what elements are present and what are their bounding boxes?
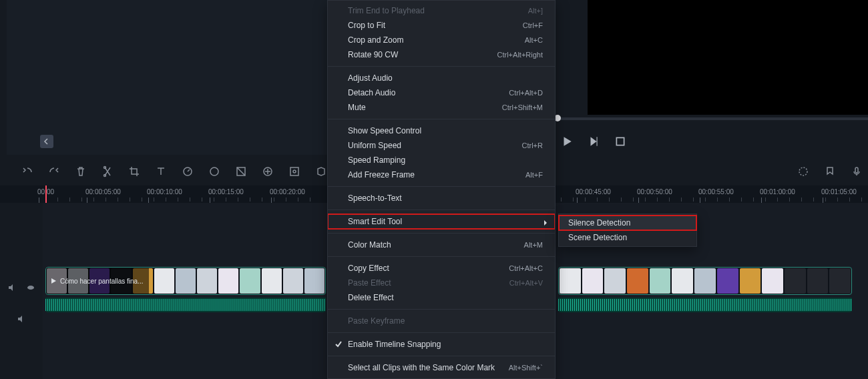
video-clip[interactable]: [558, 267, 852, 295]
stop-button[interactable]: [614, 135, 626, 147]
menu-item-label: Rotate 90 CW: [348, 50, 398, 59]
submenu-item-scene-detection[interactable]: Scene Detection: [559, 230, 696, 245]
menu-item-shortcut: Alt+F: [525, 171, 543, 179]
menu-item-shortcut: Ctrl+Alt+V: [509, 279, 543, 287]
render-button[interactable]: [797, 165, 809, 177]
menu-item-shortcut: Ctrl+Alt+Right: [497, 51, 543, 59]
mute-icon[interactable]: [7, 283, 17, 294]
menu-item-trim-end-to-playhead: Trim End to PlayheadAlt+]: [328, 3, 555, 18]
menu-separator: [328, 256, 555, 257]
menu-item-label: Detach Audio: [348, 88, 395, 97]
svg-rect-10: [855, 167, 858, 173]
menu-item-label: Crop to Fit: [348, 21, 385, 30]
menu-item-label: Adjust Audio: [348, 73, 393, 83]
menu-item-label: Delete Effect: [348, 293, 393, 302]
menu-item-enable-timeline-snapping[interactable]: Enable Timeline Snapping: [328, 337, 555, 352]
speed-button[interactable]: [182, 165, 194, 177]
submenu-item-silence-detection[interactable]: Silence Detection: [559, 216, 696, 230]
ruler-label: 00:01:00:00: [760, 188, 795, 196]
media-panel: [7, 0, 327, 155]
audio-waveform[interactable]: [558, 298, 852, 312]
collapse-panel-button[interactable]: [40, 135, 53, 148]
ruler-label: 00:00:20:00: [270, 188, 305, 196]
menu-item-delete-effect[interactable]: Delete Effect: [328, 290, 555, 305]
stabilize-button[interactable]: [262, 165, 274, 177]
menu-item-color-match[interactable]: Color MatchAlt+M: [328, 238, 555, 252]
menu-item-shortcut: Alt+M: [524, 241, 543, 249]
menu-item-label: Copy Effect: [348, 264, 389, 273]
menu-item-adjust-audio[interactable]: Adjust Audio: [328, 71, 555, 85]
ruler-label: 00:00:15:00: [208, 188, 244, 196]
menu-item-shortcut: Ctrl+R: [522, 141, 543, 149]
menu-item-label: Show Speed Control: [348, 126, 421, 135]
hide-icon[interactable]: [26, 283, 35, 294]
menu-item-show-speed-control[interactable]: Show Speed Control: [328, 123, 555, 138]
menu-item-label: Speed Ramping: [348, 155, 405, 165]
menu-separator: [328, 356, 555, 356]
video-preview: [588, 0, 868, 115]
menu-separator: [328, 210, 555, 210]
menu-item-shortcut: Alt+Shift+`: [509, 364, 543, 372]
menu-item-copy-effect[interactable]: Copy EffectCtrl+Alt+C: [328, 261, 555, 276]
video-clip[interactable]: Cómo hacer pantallas fina...: [45, 267, 326, 295]
undo-button[interactable]: [21, 165, 33, 177]
green-screen-button[interactable]: [235, 165, 247, 177]
menu-separator: [328, 309, 555, 310]
menu-item-shortcut: Alt+]: [528, 7, 543, 15]
menu-item-label: Paste Effect: [348, 278, 391, 288]
menu-item-shortcut: Ctrl+F: [523, 21, 543, 29]
menu-item-label: Mute: [348, 103, 366, 112]
menu-item-smart-edit-tool[interactable]: Smart Edit Tool: [328, 214, 555, 229]
mute-icon[interactable]: [17, 314, 26, 326]
next-frame-button[interactable]: [588, 135, 600, 147]
menu-item-label: Select all Clips with the Same Color Mar…: [348, 363, 495, 372]
tag-button[interactable]: [315, 165, 327, 177]
menu-item-speed-ramping[interactable]: Speed Ramping: [328, 153, 555, 167]
ruler-label: 00:00:45:00: [576, 188, 611, 196]
menu-item-detach-audio[interactable]: Detach AudioCtrl+Alt+D: [328, 85, 555, 100]
redo-button[interactable]: [48, 165, 60, 177]
ruler-label: 00:00:05:00: [85, 188, 121, 196]
menu-separator: [328, 186, 555, 187]
menu-item-label: Enable Timeline Snapping: [348, 340, 441, 349]
chevron-right-icon: [543, 218, 550, 225]
play-button[interactable]: [561, 135, 573, 147]
menu-separator: [328, 233, 555, 234]
menu-item-rotate-90-cw[interactable]: Rotate 90 CWCtrl+Alt+Right: [328, 47, 555, 62]
menu-item-label: Crop and Zoom: [348, 35, 403, 45]
menu-item-paste-keyframe: Paste Keyframe: [328, 314, 555, 328]
menu-item-add-freeze-frame[interactable]: Add Freeze FrameAlt+F: [328, 167, 555, 182]
text-button[interactable]: [155, 165, 167, 177]
keyframe-button[interactable]: [288, 165, 300, 177]
delete-button[interactable]: [75, 165, 87, 177]
svg-point-4: [210, 167, 218, 175]
audio-waveform[interactable]: [45, 298, 326, 312]
menu-item-mute[interactable]: MuteCtrl+Shift+M: [328, 100, 555, 115]
menu-item-crop-and-zoom[interactable]: Crop and ZoomAlt+C: [328, 33, 555, 47]
mic-button[interactable]: [851, 165, 863, 177]
context-menu: Trim End to PlayheadAlt+]Crop to FitCtrl…: [327, 0, 556, 379]
split-button[interactable]: [101, 165, 114, 177]
menu-item-select-all-clips-with-the-same-color-mark[interactable]: Select all Clips with the Same Color Mar…: [328, 360, 555, 375]
checkmark-icon: [335, 340, 343, 348]
menu-item-speech-to-text[interactable]: Speech-to-Text: [328, 191, 555, 206]
preview-seek-bar[interactable]: [554, 117, 868, 120]
play-icon: [50, 278, 57, 284]
clip-title-label: Cómo hacer pantallas fina...: [60, 278, 144, 285]
menu-separator: [328, 119, 555, 119]
menu-item-shortcut: Ctrl+Shift+M: [502, 103, 543, 111]
menu-item-label: Add Freeze Frame: [348, 170, 415, 179]
ruler-label: 00:00:50:00: [637, 188, 672, 196]
context-submenu: Silence DetectionScene Detection: [558, 214, 697, 247]
marker-button[interactable]: [824, 165, 836, 177]
svg-point-8: [293, 170, 296, 173]
menu-item-shortcut: Ctrl+Alt+C: [509, 264, 543, 272]
menu-item-uniform-speed[interactable]: Uniform SpeedCtrl+R: [328, 138, 555, 153]
menu-item-crop-to-fit[interactable]: Crop to FitCtrl+F: [328, 18, 555, 33]
clip-title: Cómo hacer pantallas fina...: [46, 268, 149, 294]
crop-button[interactable]: [128, 165, 140, 177]
menu-item-label: Speech-to-Text: [348, 194, 402, 203]
svg-rect-0: [616, 137, 624, 145]
ruler-label: 00:01:05:00: [821, 188, 857, 196]
color-button[interactable]: [208, 165, 220, 177]
